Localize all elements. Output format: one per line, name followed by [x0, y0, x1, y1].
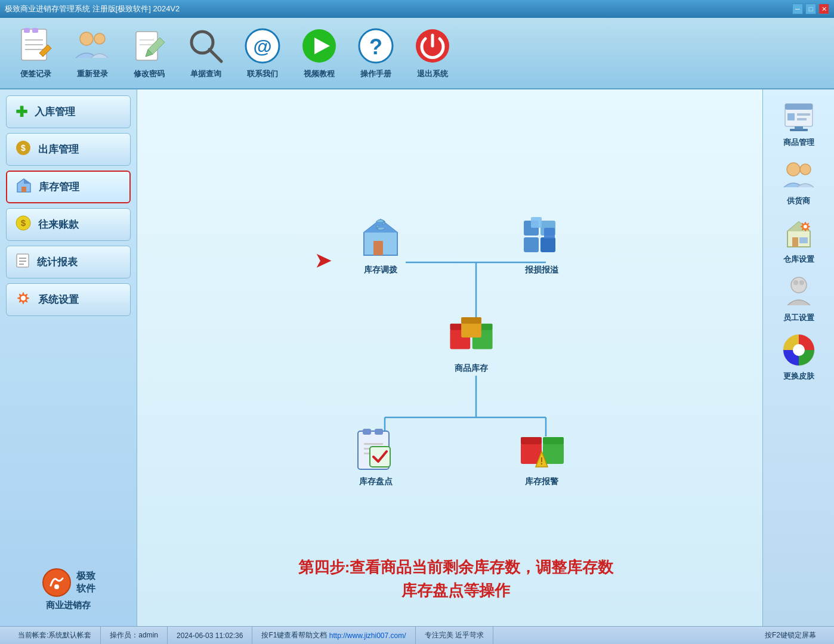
sidebar-item-inventory[interactable]: 库存管理 [6, 171, 131, 203]
svg-point-8 [94, 33, 105, 44]
svg-rect-57 [363, 429, 371, 435]
svg-rect-71 [787, 113, 795, 120]
accounts-label: 往来账款 [38, 218, 79, 231]
reports-icon [16, 253, 30, 272]
diagram: ➤ 库存调拨 [149, 101, 750, 614]
titlebar-controls[interactable]: ─ □ ✕ [792, 4, 829, 14]
toolbar-exit-button[interactable]: 退出系统 [409, 27, 456, 79]
settings-icon [16, 290, 31, 309]
exit-label: 退出系统 [417, 69, 448, 79]
svg-text:@: @ [253, 36, 271, 57]
toolbar-video-button[interactable]: 视频教程 [295, 27, 343, 79]
sidebar-item-outbound[interactable]: $ 出库管理 [6, 133, 131, 166]
node-transfer[interactable]: 库存调拨 [357, 215, 404, 275]
toolbar-query-button[interactable]: 单据查询 [182, 27, 230, 79]
status-operator: 操作员：admin [101, 627, 168, 644]
node-count[interactable]: 库存盘点 [352, 426, 400, 487]
stock-icon [447, 313, 495, 361]
supplier-label: 供货商 [787, 196, 810, 206]
sidebar-item-settings[interactable]: 系统设置 [6, 283, 131, 316]
employee-label: 员工设置 [783, 312, 814, 323]
svg-point-34 [54, 584, 59, 589]
right-supplier-button[interactable]: 供货商 [781, 157, 817, 206]
inventory-icon [16, 178, 32, 197]
note-icon [17, 27, 55, 65]
svg-text:!: ! [540, 456, 543, 466]
svg-rect-25 [21, 187, 26, 192]
right-panel: 商品管理 供货商 [762, 89, 834, 626]
alert-icon: ! [518, 426, 566, 474]
transfer-label: 库存调拨 [364, 265, 397, 275]
desc-line1: 第四步:查看商品当前剩余库存数，调整库存数 [167, 556, 745, 579]
svg-rect-45 [524, 237, 539, 252]
password-label: 修改密码 [134, 69, 165, 79]
right-skin-button[interactable]: 更换皮肤 [781, 332, 817, 382]
content-area: ➤ 库存调拨 [137, 89, 762, 626]
svg-point-83 [799, 280, 804, 285]
toolbar: 便签记录 重新登录 修改密码 [0, 18, 834, 89]
count-icon [352, 426, 400, 474]
exit-icon [413, 27, 452, 65]
toolbar-relogin-button[interactable]: 重新登录 [69, 27, 116, 79]
node-damage[interactable]: 报损报溢 [518, 215, 566, 275]
warehouse-label: 仓库设置 [783, 254, 814, 265]
description: 第四步:查看商品当前剩余库存数，调整库存数 库存盘点等操作 [167, 556, 745, 602]
svg-rect-78 [792, 237, 798, 247]
status-help: 按F1键查看帮助文档 http://www.jizhi007.com/ [252, 627, 415, 644]
manual-label: 操作手册 [360, 69, 391, 79]
sidebar-item-reports[interactable]: 统计报表 [6, 246, 131, 278]
svg-point-32 [21, 296, 26, 301]
minimize-button[interactable]: ─ [792, 4, 803, 14]
sidebar-item-inbound[interactable]: ✚ 入库管理 [6, 95, 131, 128]
logo-graphic [42, 568, 72, 597]
red-arrow: ➤ [315, 249, 331, 272]
svg-point-85 [793, 344, 805, 356]
svg-point-80 [804, 225, 807, 228]
toolbar-manual-button[interactable]: ? 操作手册 [352, 27, 400, 79]
svg-point-82 [793, 280, 798, 285]
relogin-label: 重新登录 [77, 69, 108, 79]
skin-label: 更换皮肤 [783, 371, 814, 382]
svg-point-81 [791, 277, 807, 293]
maximize-button[interactable]: □ [805, 4, 816, 14]
node-alert[interactable]: ! 库存报警 [518, 426, 566, 487]
sidebar-item-accounts[interactable]: $ 往来账款 [6, 208, 131, 241]
svg-rect-64 [521, 437, 542, 444]
right-product-button[interactable]: 商品管理 [781, 98, 817, 148]
svg-rect-70 [785, 104, 813, 110]
video-label: 视频教程 [304, 69, 335, 79]
reports-label: 统计报表 [37, 255, 78, 269]
logo-name1: 极致 [76, 570, 95, 583]
svg-point-33 [43, 569, 70, 596]
right-employee-button[interactable]: 员工设置 [781, 274, 817, 323]
toolbar-password-button[interactable]: 修改密码 [125, 27, 173, 79]
password-icon [130, 27, 168, 65]
right-warehouse-button[interactable]: 仓库设置 [781, 215, 817, 265]
svg-rect-28 [17, 254, 29, 267]
outbound-label: 出库管理 [38, 143, 79, 156]
toolbar-contact-button[interactable]: @ 联系我们 [239, 27, 286, 79]
statusbar: 当前帐套:系统默认帐套 操作员：admin 2024-06-03 11:02:3… [0, 626, 834, 644]
manual-icon: ? [357, 27, 395, 65]
titlebar: 极致商业进销存管理系统 注册版[极致软件] 2024V2 ─ □ ✕ [0, 0, 834, 18]
inbound-label: 入库管理 [35, 105, 75, 119]
svg-rect-49 [544, 228, 555, 239]
toolbar-note-button[interactable]: 便签记录 [12, 27, 60, 79]
svg-rect-2 [32, 28, 38, 33]
relogin-icon [73, 27, 112, 65]
contact-icon: @ [243, 27, 282, 65]
warehouse-icon [781, 215, 817, 251]
svg-rect-48 [531, 217, 542, 228]
skin-icon [781, 332, 817, 368]
status-slogan: 专注完美 近乎苛求 [416, 627, 493, 644]
svg-text:$: $ [21, 143, 26, 153]
status-account: 当前帐套:系统默认帐套 [9, 627, 101, 644]
product-icon [781, 98, 817, 134]
alert-label: 库存报警 [525, 476, 558, 487]
svg-rect-43 [373, 241, 383, 255]
node-stock[interactable]: 商品库存 [447, 313, 495, 374]
svg-rect-73 [797, 118, 807, 120]
close-button[interactable]: ✕ [818, 4, 829, 14]
help-link[interactable]: http://www.jizhi007.com/ [329, 631, 406, 640]
svg-rect-47 [540, 237, 555, 252]
